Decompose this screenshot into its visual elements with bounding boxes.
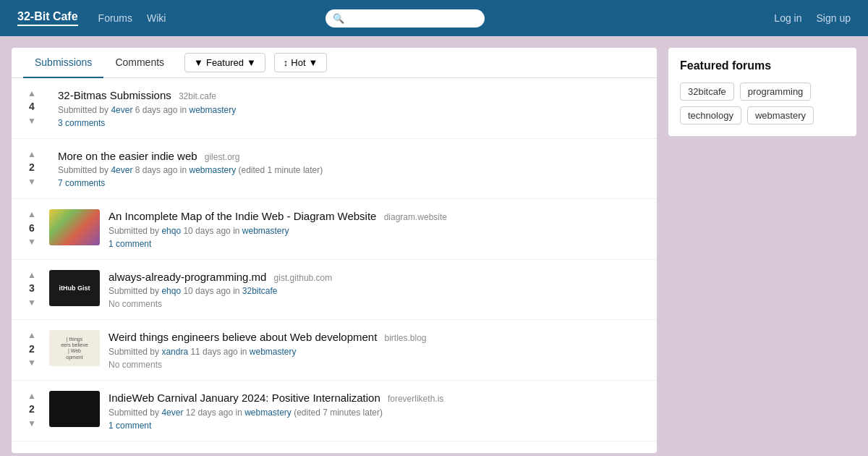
forum-tag[interactable]: 32bitcafe (680, 83, 734, 101)
item-author[interactable]: 4ever (111, 105, 132, 115)
table-row: ▲ 4 ▼ 32-Bitmas Submissions 32bit.cafe S… (12, 78, 657, 139)
forum-tag[interactable]: technology (680, 106, 741, 124)
item-comments[interactable]: No comments (109, 299, 645, 309)
item-forum[interactable]: webmastery (189, 105, 236, 115)
vote-column: ▲ 2 ▼ (23, 330, 41, 368)
thumbnail: | thingseers believe| Webopment (49, 330, 100, 366)
upvote-arrow[interactable]: ▲ (27, 209, 36, 219)
item-meta: Submitted by 4ever 12 days ago in webmas… (109, 408, 645, 418)
item-meta: Submitted by ehqo 10 days ago in webmast… (109, 226, 645, 236)
submissions-list: ▲ 4 ▼ 32-Bitmas Submissions 32bit.cafe S… (12, 78, 657, 442)
search-bar: 🔍 (326, 9, 485, 28)
item-meta: Submitted by 4ever 6 days ago in webmast… (58, 105, 645, 115)
vote-column: ▲ 2 ▼ (23, 391, 41, 428)
item-comments[interactable]: 1 comment (109, 421, 645, 431)
item-title[interactable]: always-already-programming.md gist.githu… (109, 270, 645, 284)
vote-column: ▲ 3 ▼ (23, 270, 41, 308)
item-body: Weird things engineers believe about Web… (109, 330, 645, 370)
downvote-arrow[interactable]: ▼ (27, 297, 36, 308)
item-comments[interactable]: 3 comments (58, 118, 645, 128)
downvote-arrow[interactable]: ▼ (27, 358, 36, 368)
forum-tag[interactable]: programming (740, 83, 812, 101)
item-domain: birtles.blog (385, 333, 427, 343)
item-body: An Incomplete Map of the Indie Web - Dia… (109, 209, 645, 249)
tabs-bar: Submissions Comments ▼ Featured ▼ ↕ Hot … (12, 48, 657, 78)
item-domain: gist.github.com (274, 273, 333, 283)
item-forum[interactable]: 32bitcafe (242, 286, 278, 296)
item-title[interactable]: 32-Bitmas Submissions 32bit.cafe (58, 88, 645, 103)
thumbnail (49, 209, 100, 245)
downvote-arrow[interactable]: ▼ (27, 237, 36, 247)
downvote-arrow[interactable]: ▼ (27, 418, 36, 428)
upvote-arrow[interactable]: ▲ (27, 330, 36, 340)
chevron-down-icon: ▼ (247, 57, 256, 68)
item-title[interactable]: IndieWeb Carnival January 2024: Positive… (109, 391, 645, 405)
upvote-arrow[interactable]: ▲ (27, 270, 36, 280)
item-author[interactable]: ehqo (161, 286, 181, 296)
table-row: ▲ 2 ▼ IndieWeb Carnival January 2024: Po… (12, 381, 657, 442)
filter-hot[interactable]: ↕ Hot ▼ (274, 53, 328, 72)
thumbnail: itHub Gist (49, 270, 100, 306)
forum-tags: 32bitcafeprogrammingtechnologywebmastery (680, 83, 845, 124)
item-body: 32-Bitmas Submissions 32bit.cafe Submitt… (58, 88, 645, 128)
vote-count: 4 (29, 100, 35, 114)
chevron-down-icon-2: ▼ (309, 57, 318, 68)
item-title[interactable]: More on the easier indie web gilest.org (58, 149, 645, 164)
item-comments[interactable]: 7 comments (58, 178, 645, 188)
table-row: ▲ 2 ▼ | thingseers believe| Webopment We… (12, 320, 657, 381)
sidebar-title: Featured forums (680, 59, 845, 72)
item-meta: Submitted by 4ever 8 days ago in webmast… (58, 165, 645, 175)
upvote-arrow[interactable]: ▲ (27, 88, 36, 98)
vote-count: 6 (29, 221, 35, 236)
item-domain: diagram.website (384, 212, 447, 222)
upvote-arrow[interactable]: ▲ (27, 149, 36, 159)
forum-tag[interactable]: webmastery (747, 106, 814, 124)
item-forum[interactable]: webmastery (250, 347, 297, 357)
item-forum[interactable]: webmastery (244, 408, 292, 418)
item-author[interactable]: 4ever (161, 408, 183, 418)
item-comments[interactable]: No comments (109, 360, 645, 370)
nav-link-wiki[interactable]: Wiki (147, 12, 166, 24)
table-row: ▲ 3 ▼ itHub Gist always-already-programm… (12, 260, 657, 321)
featured-forums-card: Featured forums 32bitcafeprogrammingtech… (668, 48, 856, 136)
thumbnail (49, 391, 100, 427)
filter-icon: ▼ (194, 57, 203, 68)
signup-link[interactable]: Sign up (817, 12, 851, 24)
upvote-arrow[interactable]: ▲ (27, 391, 36, 401)
tab-submissions[interactable]: Submissions (23, 48, 103, 78)
vote-column: ▲ 4 ▼ (23, 88, 41, 126)
item-comments[interactable]: 1 comment (109, 239, 645, 249)
login-link[interactable]: Log in (774, 12, 801, 24)
item-body: IndieWeb Carnival January 2024: Positive… (109, 391, 645, 431)
vote-count: 2 (29, 161, 35, 175)
main-content-area: Submissions Comments ▼ Featured ▼ ↕ Hot … (12, 48, 657, 453)
downvote-arrow[interactable]: ▼ (27, 177, 36, 187)
vote-count: 3 (29, 282, 35, 296)
downvote-arrow[interactable]: ▼ (27, 116, 36, 126)
table-row: ▲ 2 ▼ More on the easier indie web giles… (12, 139, 657, 200)
search-input[interactable] (326, 9, 485, 28)
item-author[interactable]: 4ever (111, 165, 132, 175)
item-forum[interactable]: webmastery (189, 165, 236, 175)
vote-count: 2 (29, 402, 35, 417)
auth-links: Log in Sign up (774, 12, 851, 24)
item-title[interactable]: An Incomplete Map of the Indie Web - Dia… (109, 209, 645, 224)
item-author[interactable]: xandra (161, 347, 188, 357)
item-title[interactable]: Weird things engineers believe about Web… (109, 330, 645, 345)
vote-count: 2 (29, 342, 35, 357)
item-meta: Submitted by xandra 11 days ago in webma… (109, 347, 645, 357)
filter-featured[interactable]: ▼ Featured ▼ (184, 53, 265, 72)
item-forum[interactable]: webmastery (242, 226, 289, 236)
item-author[interactable]: ehqo (161, 226, 181, 236)
item-domain: 32bit.cafe (179, 91, 216, 101)
item-domain: gilest.org (205, 152, 240, 162)
item-domain: foreverliketh.is (388, 394, 443, 404)
item-body: always-already-programming.md gist.githu… (109, 270, 645, 310)
vote-column: ▲ 6 ▼ (23, 209, 41, 247)
tab-comments[interactable]: Comments (103, 48, 176, 78)
item-meta: Submitted by ehqo 10 days ago in 32bitca… (109, 286, 645, 296)
nav-link-forums[interactable]: Forums (98, 12, 132, 24)
nav-brand[interactable]: 32-Bit Cafe (17, 10, 78, 26)
main-nav: 32-Bit Cafe Forums Wiki 🔍 Log in Sign up (0, 0, 868, 36)
item-body: More on the easier indie web gilest.org … (58, 149, 645, 189)
